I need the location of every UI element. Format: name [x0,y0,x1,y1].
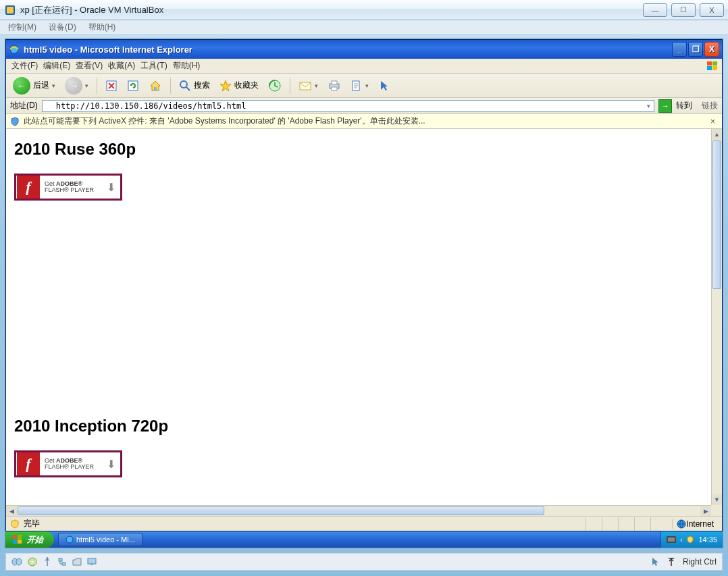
flash-text: Get ADOBE® FLASH® PLAYER [41,458,107,470]
svg-rect-5 [707,66,712,70]
close-button[interactable]: X [700,3,724,17]
search-label: 搜索 [194,80,210,91]
scroll-right-button[interactable]: ▶ [700,506,711,516]
edit-button[interactable]: ▾ [348,76,371,95]
forward-button[interactable]: → ▾ [62,76,91,95]
activex-infobar[interactable]: 此站点可能需要下列 ActiveX 控件: 来自 'Adobe Systems … [6,114,722,129]
menu-control[interactable]: 控制(M) [8,22,36,33]
display-icon [87,558,97,566]
stop-button[interactable] [103,76,120,95]
svg-rect-25 [668,538,675,542]
svg-rect-22 [18,540,22,544]
flash-text: Get ADOBE® FLASH® PLAYER [41,181,107,193]
tray-shield-icon[interactable] [686,535,694,544]
status-text: 完毕 [24,518,40,529]
back-button[interactable]: ← 后退 ▾ [10,76,58,95]
get-flash-player-link[interactable]: f Get ADOBE® FLASH® PLAYER ⬇ [14,450,122,477]
ie-minimize-button[interactable]: _ [672,42,687,57]
mouse-integration-icon [650,557,660,567]
ie-title: html5 video - Microsoft Internet Explore… [24,45,192,55]
ie-status-bar: 完毕 Internet [6,516,722,531]
stop-icon [105,80,118,92]
ie-menu-favorites[interactable]: 收藏(A) [108,60,135,72]
windows-flag-icon [706,60,719,72]
discuss-button[interactable] [375,76,393,95]
scroll-up-button[interactable]: ▲ [712,129,722,140]
maximize-button[interactable]: ☐ [671,3,696,17]
download-arrow-icon: ⬇ [107,181,120,194]
infobar-close-button[interactable]: × [708,117,718,126]
page-body: 2010 Ruse 360p f Get ADOBE® FLASH® PLAYE… [6,129,711,505]
svg-rect-33 [88,558,96,564]
svg-rect-9 [154,87,157,90]
svg-rect-19 [13,535,17,539]
start-label: 开始 [27,534,43,546]
edit-dropdown-icon[interactable]: ▾ [365,82,369,89]
history-icon [268,79,282,93]
start-button[interactable]: 开始 [5,531,54,548]
search-button[interactable]: 搜索 [176,76,213,95]
windows-logo-icon [12,534,23,545]
home-button[interactable] [146,76,165,95]
mail-icon [298,80,312,92]
ie-maximize-button[interactable]: ❐ [688,42,703,57]
favorites-label: 收藏夹 [234,80,259,91]
flash-icon: f [17,176,40,199]
forward-dropdown-icon[interactable]: ▾ [85,82,88,89]
usb-icon [43,557,52,567]
mail-dropdown-icon[interactable]: ▾ [315,82,318,89]
refresh-button[interactable] [124,76,142,95]
forward-icon: → [65,77,82,95]
ie-menu-file[interactable]: 文件(F) [11,60,38,72]
scroll-left-button[interactable]: ◀ [6,506,17,516]
infobar-text: 此站点可能需要下列 ActiveX 控件: 来自 'Adobe Systems … [24,115,425,127]
minimize-button[interactable]: — [643,3,667,17]
svg-rect-1 [7,7,14,14]
svg-rect-34 [90,564,93,565]
hscroll-thumb[interactable] [18,506,544,515]
go-button[interactable]: → [658,99,672,113]
cd-activity-icon [28,557,37,567]
ie-toolbar: ← 后退 ▾ → ▾ [6,74,722,98]
menu-devices[interactable]: 设备(D) [49,22,76,33]
scroll-thumb[interactable] [712,140,721,289]
tray-expand-icon[interactable]: ‹ [680,536,682,544]
mail-button[interactable]: ▾ [296,76,321,95]
ie-titlebar: html5 video - Microsoft Internet Explore… [6,40,722,59]
vertical-scrollbar[interactable]: ▲ ▼ [711,129,722,505]
pointer-icon [378,80,390,92]
ie-close-button[interactable]: X [704,42,719,57]
refresh-icon [127,80,139,92]
horizontal-scrollbar[interactable]: ◀ ▶ [6,505,711,516]
svg-point-23 [66,536,73,543]
ie-menu-view[interactable]: 查看(V) [76,60,103,72]
internet-zone-icon [677,519,686,529]
flash-icon: f [17,452,40,475]
ie-menu-help[interactable]: 帮助(H) [173,60,201,72]
favorites-button[interactable]: 收藏夹 [217,76,261,95]
get-flash-player-link[interactable]: f Get ADOBE® FLASH® PLAYER ⬇ [14,174,122,201]
ie-icon [66,535,74,544]
svg-rect-3 [707,61,712,66]
svg-rect-6 [712,66,717,70]
menu-help[interactable]: 帮助(H) [88,22,116,33]
svg-rect-31 [59,558,62,561]
ie-menu-tools[interactable]: 工具(T) [140,60,167,72]
ie-menu-edit[interactable]: 编辑(E) [43,60,70,72]
history-button[interactable] [265,76,284,95]
print-button[interactable] [325,76,344,95]
back-dropdown-icon[interactable]: ▾ [52,82,55,89]
taskbar-item[interactable]: html5 video - Mi... [58,533,142,546]
address-input[interactable] [42,100,654,112]
system-tray[interactable]: ‹ 14:35 [660,531,723,548]
links-label[interactable]: 链接 [702,100,718,111]
address-dropdown-icon[interactable]: ▾ [644,101,653,111]
hostkey-indicator-icon [667,557,676,567]
scroll-down-button[interactable]: ▼ [712,494,722,505]
svg-rect-21 [13,540,17,544]
keyboard-tray-icon[interactable] [667,536,676,543]
virtualbox-titlebar: xp [正在运行] - Oracle VM VirtualBox — ☐ X [0,0,728,20]
svg-point-29 [32,561,34,563]
status-slots [586,517,667,531]
svg-point-30 [47,557,49,559]
